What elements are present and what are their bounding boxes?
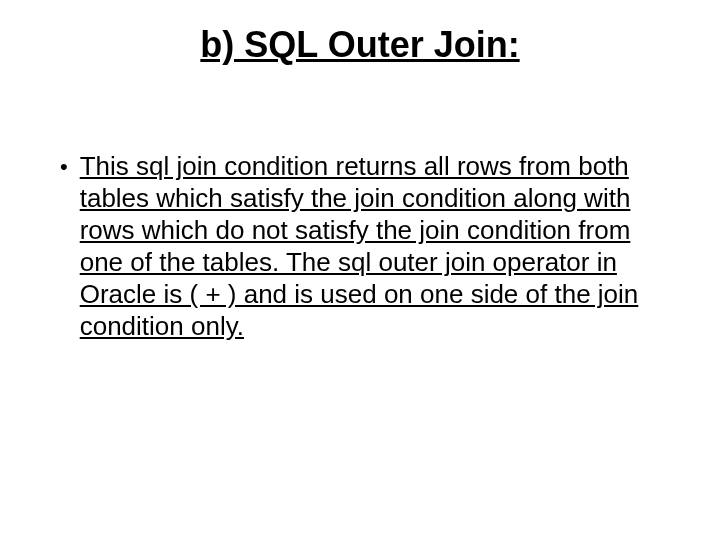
bullet-text: This sql join condition returns all rows…	[80, 150, 666, 342]
slide-body: • This sql join condition returns all ro…	[54, 150, 666, 342]
slide-title: b) SQL Outer Join:	[0, 24, 720, 66]
bullet-marker-icon: •	[60, 150, 68, 184]
slide: b) SQL Outer Join: • This sql join condi…	[0, 0, 720, 540]
bullet-item: • This sql join condition returns all ro…	[54, 150, 666, 342]
